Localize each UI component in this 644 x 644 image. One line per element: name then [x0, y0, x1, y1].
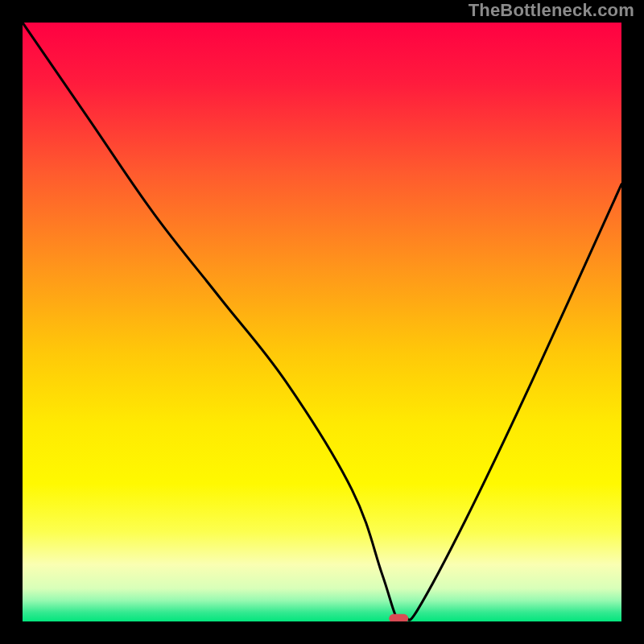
watermark-text: TheBottleneck.com	[469, 0, 634, 21]
plot-gradient-background	[23, 23, 621, 621]
chart-frame: TheBottleneck.com	[0, 0, 644, 644]
bottleneck-chart	[0, 0, 644, 644]
